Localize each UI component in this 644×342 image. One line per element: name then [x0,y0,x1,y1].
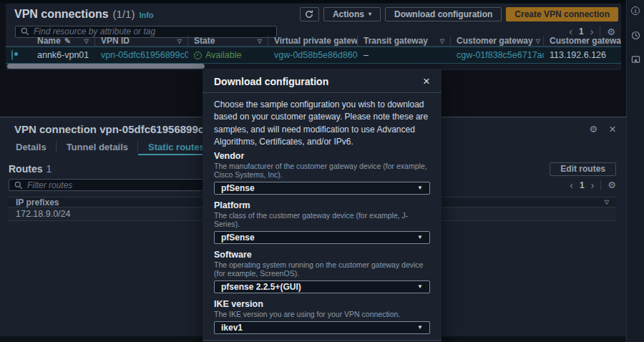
page-title-count: (1/1) [113,8,135,20]
field-description: The IKE version you are using for your V… [214,310,430,318]
routes-count: 1 [46,163,52,175]
platform-field: Platform The class of the customer gatew… [214,200,430,244]
routes-paginator: ‹ 1 › ⚙ [570,180,616,190]
filter-icon[interactable]: ▽ [536,38,540,44]
refresh-icon [304,9,314,19]
tab-details[interactable]: Details [6,138,57,155]
field-label: Vendor [214,151,430,161]
platform-select[interactable]: pfSense ▼ [214,231,430,244]
table-row[interactable]: annk6-vpn01 vpn-05dfc61956899c0a1 ✓ Avai… [6,47,621,64]
routes-heading: Routes1 [9,162,52,175]
refresh-button[interactable] [300,7,319,21]
filter-icon[interactable]: ▽ [177,38,182,44]
select-value: pfsense 2.2.5+(GUI) [221,282,301,292]
column-label: Customer gateway address [550,36,621,46]
edit-routes-button[interactable]: Edit routes [550,162,616,176]
download-configuration-label: Download configuration [394,9,492,19]
create-vpn-connection-button[interactable]: Create VPN connection [506,7,618,21]
route-ip-prefix: 172.18.9.0/24 [16,209,70,219]
field-label: IKE version [214,299,430,309]
vendor-field: Vendor The manufacturer of the customer … [214,151,430,195]
cell-customer-gateway-link[interactable]: cgw-01f838c5e6717ace5 [451,50,544,60]
page-title-text: VPN connections [14,8,109,21]
chevron-down-icon: ▼ [417,324,423,331]
page-number[interactable]: 1 [580,180,585,190]
column-header-vpn-id[interactable]: VPN ID ▽ [95,36,188,47]
gear-icon[interactable]: ⚙ [589,124,597,134]
column-label: State [194,36,215,46]
row-select-cell [6,50,31,60]
create-vpn-connection-label: Create VPN connection [514,9,610,19]
details-header-icons: ⚙ × [589,123,616,135]
vpn-connections-panel: VPN connections (1/1) Info Actions ▾ [6,4,621,70]
modal-footer: Cancel Download [203,340,441,342]
cell-transit-gateway: – [358,50,451,60]
info-link[interactable]: Info [139,11,153,19]
close-icon[interactable]: × [423,75,430,87]
rail-info-button[interactable]: i [627,6,644,31]
info-icon: i [631,6,640,15]
cell-virtual-private-gateway-link[interactable]: vgw-0d58b5e86d860190e [268,50,358,60]
field-label: Software [214,250,430,260]
vpn-table: Name✎ ▽ VPN ID ▽ State ▽ Virtual private… [6,36,621,64]
ike-version-select[interactable]: ikev1 ▼ [214,321,430,334]
select-value: pfSense [221,233,255,243]
select-value: ikev1 [221,323,243,333]
chevron-down-icon: ▼ [417,283,423,290]
pencil-icon: ✎ [64,36,71,45]
window-arrow-icon [631,55,640,64]
column-label: Transit gateway [364,36,428,46]
ec2-console-screen: VPN connections (1/1) Info Actions ▾ [0,0,644,342]
field-description: The class of the customer gateway device… [214,211,430,228]
close-icon[interactable]: × [609,123,616,135]
column-header-virtual-private-gateway[interactable]: Virtual private gateway ▽ [268,36,358,47]
filter-icon[interactable]: ▽ [258,38,262,44]
tab-tunnel-details[interactable]: Tunnel details [57,138,138,155]
status-text: Available [205,50,242,60]
download-configuration-modal: Download configuration × Choose the samp… [203,69,441,342]
radio-selected-icon[interactable] [11,50,13,60]
modal-header: Download configuration × [203,69,441,92]
filter-icon[interactable]: ▽ [440,38,444,44]
header-actions: Actions ▾ Download configuration Create … [300,7,618,21]
top-strip [0,0,644,3]
routes-title: Routes [9,163,42,175]
column-header-customer-gateway[interactable]: Customer gateway ▽ [451,36,544,47]
ike-version-field: IKE version The IKE version you are usin… [214,299,430,334]
column-header-ip-prefixes: IP prefixes [16,197,59,207]
status-badge: ✓ Available [194,50,263,60]
column-header-customer-gateway-address[interactable]: Customer gateway address [544,36,621,47]
check-circle-icon: ✓ [194,52,202,59]
column-label: Virtual private gateway [274,36,358,46]
filter-icon[interactable]: ▽ [84,38,89,44]
column-header-transit-gateway[interactable]: Transit gateway ▽ [358,36,451,47]
rail-shortcuts-button[interactable] [627,55,644,79]
prev-page-icon[interactable]: ‹ [570,180,573,190]
modal-body: Choose the sample configuration you wish… [203,93,441,334]
software-field: Software The operating system running on… [214,250,430,293]
scrollbar-thumb[interactable] [7,64,205,69]
gear-icon[interactable]: ⚙ [608,180,616,190]
next-page-icon[interactable]: › [591,180,595,190]
software-select[interactable]: pfsense 2.2.5+(GUI) ▼ [214,280,430,293]
field-description: The manufacturer of the customer gateway… [214,162,430,179]
column-header-state[interactable]: State ▽ [188,36,268,47]
rail-history-button[interactable] [627,31,644,55]
cell-vpn-id-link[interactable]: vpn-05dfc61956899c0a1 [95,50,188,60]
vpn-connections-header: VPN connections (1/1) Info Actions ▾ [14,6,618,22]
chevron-down-icon: ▾ [369,11,371,17]
column-label: Customer gateway [457,36,533,46]
field-description: The operating system running on the cust… [214,260,430,278]
modal-title: Download configuration [214,76,328,87]
chevron-down-icon: ▼ [417,234,423,240]
download-configuration-button[interactable]: Download configuration [385,7,502,21]
page-title: VPN connections (1/1) Info [14,8,154,21]
cell-customer-gateway-address: 113.192.6.126 [544,50,621,60]
field-label: Platform [214,200,430,210]
actions-button[interactable]: Actions ▾ [323,7,381,21]
column-header-name[interactable]: Name✎ ▽ [31,36,95,47]
horizontal-scrollbar [7,64,620,69]
filter-icon[interactable]: ▽ [605,199,609,205]
select-value: pfSense [221,183,255,193]
vendor-select[interactable]: pfSense ▼ [214,182,430,195]
